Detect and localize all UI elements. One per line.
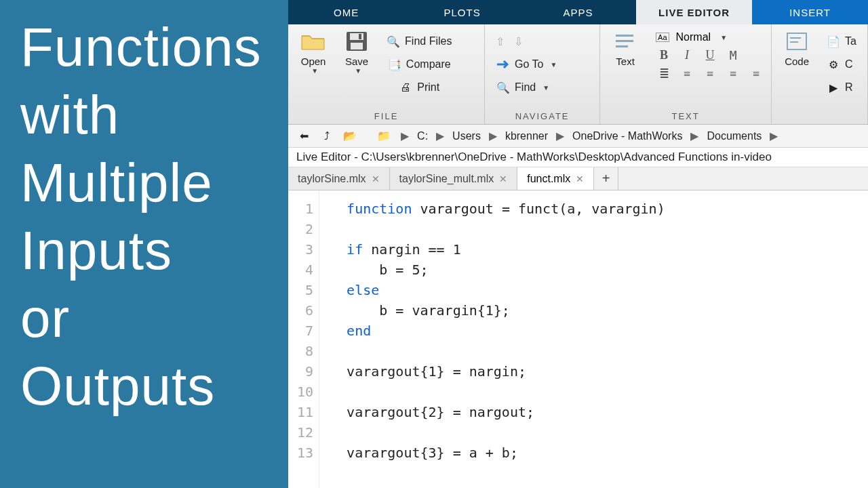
svg-rect-8 (790, 37, 801, 39)
folder-icon: 📁 (375, 128, 393, 144)
svg-rect-2 (351, 43, 363, 49)
banner-line: Functions (20, 14, 268, 81)
aa-icon: Aa (656, 33, 669, 42)
group-label-text: TEXT (607, 111, 764, 123)
svg-rect-5 (616, 40, 633, 42)
goto-button[interactable]: Go To ▼ (492, 53, 561, 76)
print-button[interactable]: 🖨 Print (394, 76, 443, 99)
open-button[interactable]: Open ▼ (295, 27, 332, 75)
find-label: Find (515, 81, 536, 94)
task-button[interactable]: 📄 Ta (822, 30, 861, 53)
align-right-button[interactable]: ≡ (748, 66, 764, 81)
numbered-button[interactable]: ≡ (679, 66, 695, 81)
matlab-app: OME PLOTS APPS LIVE EDITOR INSERT Open ▼ (288, 0, 868, 488)
line-gutter: 12345678910111213 (288, 190, 319, 488)
align-left-button[interactable]: ≡ (702, 66, 718, 81)
chevron-down-icon: ▼ (720, 34, 727, 41)
floppy-disk-icon (342, 27, 371, 56)
code-editor[interactable]: 12345678910111213 function varargout = f… (288, 190, 868, 488)
align-center-button[interactable]: ≡ (725, 66, 741, 81)
file-tab-taylorsine[interactable]: taylorSine.mlx ✕ (288, 167, 389, 190)
close-icon[interactable]: ✕ (576, 174, 584, 184)
nav-arrows[interactable]: ⇧ ⇩ (492, 30, 527, 53)
chevron-down-icon: ▼ (542, 84, 549, 92)
magnifier-icon: 🔍 (496, 81, 511, 94)
new-tab-button[interactable]: + (594, 167, 618, 190)
find-files-button[interactable]: 🔍 Find Files (382, 30, 456, 53)
svg-rect-9 (790, 41, 798, 43)
open-label: Open (301, 56, 326, 67)
style-dropdown[interactable]: Aa Normal ▼ (656, 31, 764, 43)
path-users[interactable]: Users (452, 130, 481, 142)
find-button[interactable]: 🔍 Find ▼ (492, 76, 553, 99)
nav-history-icon[interactable]: 📂 (341, 128, 359, 144)
ribbon: Open ▼ Save ▼ 🔍 Find Files 📑 (288, 24, 868, 125)
compare-icon: 📑 (387, 58, 402, 71)
bold-button[interactable]: B (656, 47, 672, 62)
tab-apps[interactable]: APPS (520, 0, 636, 24)
ribbon-group-code: Code 📄 Ta ⚙ C ▶ R (772, 24, 868, 124)
group-label-file: FILE (295, 111, 477, 123)
code-button[interactable]: Code (778, 27, 815, 67)
folder-open-icon (299, 27, 328, 56)
tab-label: taylorSine_mult.mlx (399, 173, 494, 185)
text-button[interactable]: Text (607, 27, 644, 67)
path-drive[interactable]: C: (417, 130, 428, 142)
path-docs[interactable]: Documents (707, 130, 762, 142)
ribbon-group-navigate: ⇧ ⇩ Go To ▼ 🔍 Find ▼ NAVIGATE (485, 24, 600, 124)
banner-line: Multiple (20, 149, 268, 217)
file-icon: 📄 (826, 35, 841, 48)
save-button[interactable]: Save ▼ (338, 27, 375, 75)
find-files-icon: 🔍 (386, 35, 401, 48)
text-icon (611, 27, 639, 56)
close-icon[interactable]: ✕ (499, 174, 507, 184)
group-label-code (778, 121, 861, 123)
bullets-button[interactable]: ≣ (656, 66, 672, 81)
refactor-icon: ⚙ (826, 58, 841, 71)
code-area[interactable]: function varargout = funct(a, varargin) … (319, 190, 665, 488)
close-icon[interactable]: ✕ (372, 174, 380, 184)
print-label: Print (417, 81, 439, 94)
banner-line: or Outputs (20, 285, 268, 420)
svg-rect-6 (616, 45, 628, 47)
control-button[interactable]: ⚙ C (822, 53, 857, 76)
path-user[interactable]: kbrenner (505, 130, 548, 142)
tab-home[interactable]: OME (288, 0, 404, 24)
back-icon[interactable]: ⬅ (295, 128, 313, 144)
mono-button[interactable]: M (725, 47, 741, 62)
compare-button[interactable]: 📑 Compare (383, 53, 455, 76)
toolstrip-tabs: OME PLOTS APPS LIVE EDITOR INSERT (288, 0, 868, 24)
ribbon-group-text: Text Aa Normal ▼ B I U M ≣ (600, 24, 772, 124)
underline-button[interactable]: U (702, 47, 718, 62)
nav-up-icon: ⇧ (496, 35, 505, 48)
editor-title: Live Editor - C:\Users\kbrenner\OneDrive… (288, 148, 868, 167)
chevron-down-icon: ▼ (355, 67, 361, 75)
address-bar: ⬅ ⤴ 📂 📁 ▶ C: ▶ Users ▶ kbrenner ▶ OneDri… (288, 125, 868, 148)
compare-label: Compare (406, 58, 451, 70)
file-tab-taylorsine-mult[interactable]: taylorSine_mult.mlx ✕ (390, 167, 518, 190)
task-label: Ta (845, 35, 856, 47)
chevron-down-icon: ▼ (551, 61, 557, 68)
path-onedrive[interactable]: OneDrive - MathWorks (572, 130, 682, 142)
run-icon: ▶ (826, 81, 841, 94)
save-label: Save (345, 56, 368, 67)
file-tab-bar: taylorSine.mlx ✕ taylorSine_mult.mlx ✕ f… (288, 167, 868, 190)
goto-label: Go To (515, 58, 543, 70)
tab-plots[interactable]: PLOTS (404, 0, 520, 24)
tab-insert[interactable]: INSERT (752, 0, 868, 24)
text-label: Text (616, 56, 635, 67)
printer-icon: 🖨 (398, 81, 413, 94)
file-tab-funct[interactable]: funct.mlx ✕ (517, 167, 594, 190)
goto-icon (496, 58, 511, 71)
up-folder-icon[interactable]: ⤴ (318, 128, 336, 144)
svg-rect-4 (616, 35, 633, 37)
chevron-down-icon: ▼ (311, 67, 318, 75)
tab-live-editor[interactable]: LIVE EDITOR (636, 0, 752, 24)
italic-button[interactable]: I (679, 47, 695, 62)
style-normal-label: Normal (676, 31, 711, 43)
run-button[interactable]: ▶ R (822, 76, 857, 99)
code-block-icon (783, 27, 811, 56)
nav-down-icon: ⇩ (514, 35, 523, 48)
svg-rect-3 (359, 34, 361, 39)
tab-label: funct.mlx (527, 173, 570, 185)
